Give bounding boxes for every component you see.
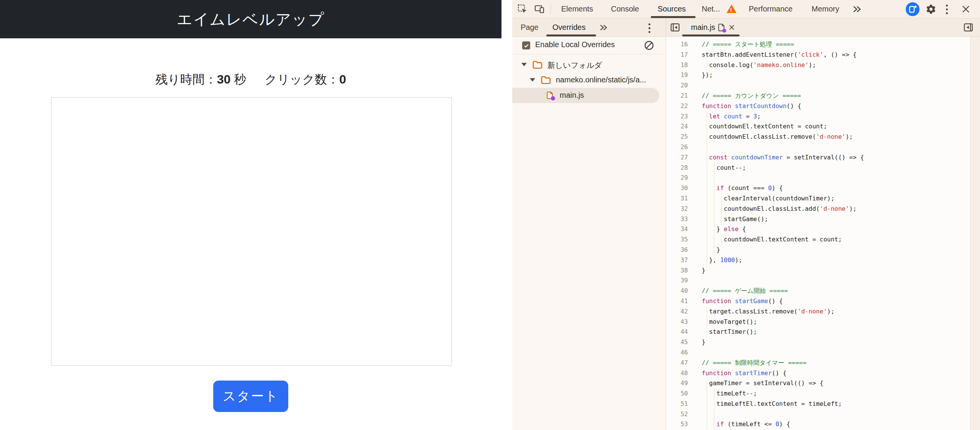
code-line-53: 53 if (timeLeft <= 0) { <box>666 419 970 430</box>
line-number[interactable]: 50 <box>666 389 688 399</box>
line-number[interactable]: 45 <box>666 337 688 348</box>
line-number[interactable]: 24 <box>666 121 688 132</box>
tree-row-root-folder[interactable]: 新しいフォルダ <box>512 57 666 72</box>
ai-assistant-icon[interactable] <box>906 2 920 16</box>
line-number[interactable]: 20 <box>666 80 688 91</box>
subtab-page[interactable]: Page <box>521 18 539 36</box>
code-line-33: 33 startGame(); <box>666 214 970 225</box>
inspect-element-icon[interactable] <box>518 4 528 14</box>
subtab-overrides[interactable]: Overrides <box>552 18 586 36</box>
code-text: countdownEl.classList.add('d-none'); <box>702 204 857 214</box>
line-number[interactable]: 21 <box>666 91 688 101</box>
line-number[interactable]: 44 <box>666 327 688 337</box>
line-number[interactable]: 48 <box>666 368 688 379</box>
code-text: let count = 3; <box>702 112 761 122</box>
tree-row-child-folder[interactable]: nameko.online/static/js/a... <box>512 72 666 88</box>
code-line-46: 46 <box>666 348 970 358</box>
hide-navigator-icon[interactable] <box>670 22 680 33</box>
expand-caret-icon[interactable] <box>530 78 535 82</box>
code-line-43: 43 moveTarget(); <box>666 317 970 327</box>
line-number[interactable]: 33 <box>666 214 688 225</box>
line-number[interactable]: 35 <box>666 235 688 245</box>
tab-elements[interactable]: Elements <box>561 0 593 18</box>
code-line-38: 38} <box>666 266 970 276</box>
code-line-23: 23 let count = 3; <box>666 112 970 122</box>
line-number[interactable]: 42 <box>666 307 688 317</box>
line-number[interactable]: 41 <box>666 296 688 307</box>
code-line-42: 42 target.classList.remove('d-none'); <box>666 307 970 317</box>
line-number[interactable]: 30 <box>666 183 688 194</box>
code-line-17: 17startBtn.addEventListener('click', () … <box>666 50 970 60</box>
devtools-menu-icon[interactable] <box>946 5 948 14</box>
line-number[interactable]: 46 <box>666 348 688 358</box>
code-text: // ===== 制限時間タイマー ===== <box>702 358 807 368</box>
line-number[interactable]: 18 <box>666 60 688 71</box>
warning-icon[interactable]: ! <box>727 5 737 13</box>
code-text: countdownEl.textContent = count; <box>702 235 842 245</box>
tree-row-mainjs-selected[interactable]: main.js <box>512 88 666 103</box>
line-number[interactable]: 22 <box>666 101 688 112</box>
game-area[interactable] <box>51 97 452 366</box>
more-subtabs-icon[interactable] <box>598 23 608 32</box>
navigator-menu-icon[interactable] <box>648 23 650 33</box>
line-number[interactable]: 31 <box>666 194 688 204</box>
click-count-label: クリック数： <box>265 72 339 86</box>
close-devtools-icon[interactable] <box>961 4 971 14</box>
tab-memory[interactable]: Memory <box>812 0 839 18</box>
editor-tab-mainjs[interactable]: main.js <box>682 18 740 36</box>
code-text: } else { <box>702 224 746 235</box>
line-number[interactable]: 34 <box>666 224 688 235</box>
code-text: function startCountdown() { <box>702 101 801 112</box>
line-number[interactable]: 53 <box>666 419 688 430</box>
line-number[interactable]: 39 <box>666 276 688 286</box>
line-number[interactable]: 38 <box>666 266 688 276</box>
enable-overrides-checkbox[interactable] <box>522 41 530 49</box>
more-tabs-icon[interactable] <box>851 5 862 14</box>
mainjs-file-icon <box>547 91 554 100</box>
code-line-31: 31 clearInterval(countdownTimer); <box>666 194 970 204</box>
close-editor-tab-icon[interactable] <box>728 24 735 31</box>
code-line-29: 29 <box>666 173 970 183</box>
code-text: } <box>702 337 706 348</box>
tab-network[interactable]: Net... <box>702 0 720 18</box>
hide-panel-icon[interactable] <box>963 22 973 33</box>
tab-performance[interactable]: Performance <box>749 0 793 18</box>
line-number[interactable]: 19 <box>666 70 688 80</box>
line-number[interactable]: 40 <box>666 286 688 296</box>
line-number[interactable]: 26 <box>666 142 688 153</box>
line-number[interactable]: 47 <box>666 358 688 368</box>
settings-gear-icon[interactable] <box>926 4 936 15</box>
line-number[interactable]: 25 <box>666 132 688 142</box>
line-number[interactable]: 32 <box>666 204 688 214</box>
line-number[interactable]: 17 <box>666 50 688 60</box>
editor-tab-label: main.js <box>691 23 715 32</box>
code-text: function startTimer() { <box>702 368 787 379</box>
code-editor[interactable]: 16// ===== スタート処理 =====17startBtn.addEve… <box>666 37 970 430</box>
expand-caret-icon[interactable] <box>521 63 527 66</box>
code-text: // ===== スタート処理 ===== <box>702 39 794 50</box>
tab-console[interactable]: Console <box>611 0 639 18</box>
warning-exclamation: ! <box>730 7 732 13</box>
line-number[interactable]: 16 <box>666 39 688 50</box>
line-number[interactable]: 27 <box>666 153 688 163</box>
tab-sources[interactable]: Sources <box>658 0 686 18</box>
line-number[interactable]: 49 <box>666 378 688 389</box>
devtools-panel: Elements Console Sources Net... ! Perfor… <box>512 0 980 430</box>
line-number[interactable]: 51 <box>666 399 688 409</box>
code-line-25: 25 countdownEl.classList.remove('d-none'… <box>666 132 970 142</box>
device-toolbar-icon[interactable] <box>534 4 544 14</box>
line-number[interactable]: 43 <box>666 317 688 327</box>
tab-sources-active-indicator <box>651 16 696 18</box>
editor-scrollbar-track[interactable] <box>970 37 980 430</box>
line-number[interactable]: 36 <box>666 245 688 255</box>
clear-overrides-icon[interactable] <box>644 40 654 51</box>
code-text: countdownEl.textContent = count; <box>702 121 827 132</box>
line-number[interactable]: 37 <box>666 255 688 266</box>
line-number[interactable]: 23 <box>666 112 688 122</box>
line-number[interactable]: 28 <box>666 163 688 173</box>
code-text: }); <box>702 70 713 80</box>
line-number[interactable]: 52 <box>666 409 688 420</box>
start-button[interactable]: スタート <box>213 381 288 412</box>
code-line-37: 37 }, 1000); <box>666 255 970 266</box>
line-number[interactable]: 29 <box>666 173 688 183</box>
